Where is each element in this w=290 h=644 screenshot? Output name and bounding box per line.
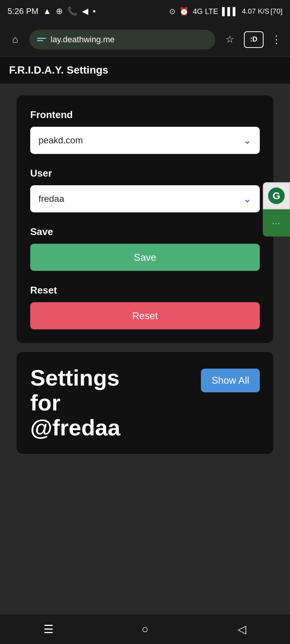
- settings-line2: for: [30, 390, 195, 415]
- battery-indicator: 4.07 K/S [70]: [242, 7, 282, 15]
- status-left: 5:26 PM ▲ ⊕ 📞 ◀ •: [8, 6, 96, 16]
- reset-field-group: Reset Reset: [30, 284, 260, 329]
- settings-header: Settings for @fredaa Show All: [30, 366, 260, 440]
- reset-section-label: Reset: [30, 284, 260, 296]
- user-label: User: [30, 168, 260, 179]
- home-button[interactable]: ⌂: [7, 31, 23, 48]
- grammarly-button[interactable]: G: [263, 182, 290, 209]
- frontend-select[interactable]: peakd.com ⌄: [30, 127, 260, 154]
- status-location-icon: ⊙: [169, 7, 176, 16]
- url-security-icon: [36, 36, 47, 43]
- bottom-nav: ☰ ○ ◁: [0, 614, 290, 644]
- save-field-group: Save Save: [30, 226, 260, 271]
- page-title: F.R.I.D.A.Y. Settings: [9, 64, 281, 76]
- bookmark-button[interactable]: ☆: [221, 31, 238, 48]
- user-select[interactable]: fredaa ⌄: [30, 185, 260, 212]
- tab-label: :D: [250, 35, 258, 43]
- nav-menu-icon: ☰: [43, 622, 54, 636]
- page-title-bar: F.R.I.D.A.Y. Settings: [0, 57, 290, 84]
- settings-line3: @fredaa: [30, 415, 195, 440]
- settings-line1: Settings: [30, 366, 195, 390]
- save-button[interactable]: Save: [30, 244, 260, 271]
- battery-speed: 4.07 K/S: [242, 7, 269, 15]
- reset-button[interactable]: Reset: [30, 302, 260, 329]
- frontend-label: Frontend: [30, 109, 260, 121]
- browser-bar: ⌂ lay.deathwing.me ☆ :D ⋮: [0, 23, 290, 57]
- status-right: ⊙ ⏰ 4G LTE ▌▌▌ 4.07 K/S [70]: [169, 7, 282, 16]
- main-content: G ··· Frontend peakd.com ⌄ User fredaa ⌄: [0, 84, 290, 465]
- settings-card-user: Settings for @fredaa Show All: [17, 352, 273, 454]
- battery-percentage: [70]: [270, 7, 282, 15]
- browser-menu-button[interactable]: ⋮: [270, 31, 283, 48]
- status-whatsapp-icon: ⊕: [56, 6, 63, 16]
- floating-toolbar: G ···: [263, 182, 290, 237]
- nav-menu-button[interactable]: ☰: [33, 618, 63, 641]
- user-chevron-icon: ⌄: [243, 193, 251, 205]
- status-nav-icon: ◀: [82, 6, 88, 16]
- url-bar[interactable]: lay.deathwing.me: [29, 30, 215, 49]
- url-text[interactable]: lay.deathwing.me: [51, 35, 115, 45]
- frontend-chevron-icon: ⌄: [243, 135, 251, 146]
- settings-card-main: Frontend peakd.com ⌄ User fredaa ⌄ Save …: [17, 95, 273, 343]
- status-time: 5:26 PM: [8, 6, 39, 16]
- nav-home-button[interactable]: ○: [130, 618, 160, 641]
- nav-back-button[interactable]: ◁: [227, 618, 257, 641]
- user-field-group: User fredaa ⌄: [30, 168, 260, 212]
- floating-dots-button[interactable]: ···: [263, 209, 290, 237]
- status-dot-icon: •: [93, 6, 96, 16]
- user-value: fredaa: [39, 194, 64, 204]
- status-arrow-icon: ▲: [43, 6, 51, 16]
- frontend-value: peakd.com: [39, 135, 83, 146]
- tab-switcher-button[interactable]: :D: [244, 31, 264, 48]
- dots-icon: ···: [272, 219, 281, 227]
- status-bar: 5:26 PM ▲ ⊕ 📞 ◀ • ⊙ ⏰ 4G LTE ▌▌▌ 4.07 K/…: [0, 0, 290, 23]
- nav-back-icon: ◁: [238, 622, 246, 636]
- grammarly-icon: G: [268, 188, 285, 204]
- show-all-button[interactable]: Show All: [201, 369, 260, 392]
- nav-home-icon: ○: [142, 623, 148, 636]
- status-call-icon: 📞: [67, 6, 77, 16]
- status-alarm-icon: ⏰: [179, 7, 189, 16]
- frontend-field-group: Frontend peakd.com ⌄: [30, 109, 260, 154]
- settings-for-text: Settings for @fredaa: [30, 366, 195, 440]
- status-network-label: 4G LTE: [193, 7, 218, 16]
- save-section-label: Save: [30, 226, 260, 238]
- status-signal-icon: ▌▌▌: [222, 7, 238, 16]
